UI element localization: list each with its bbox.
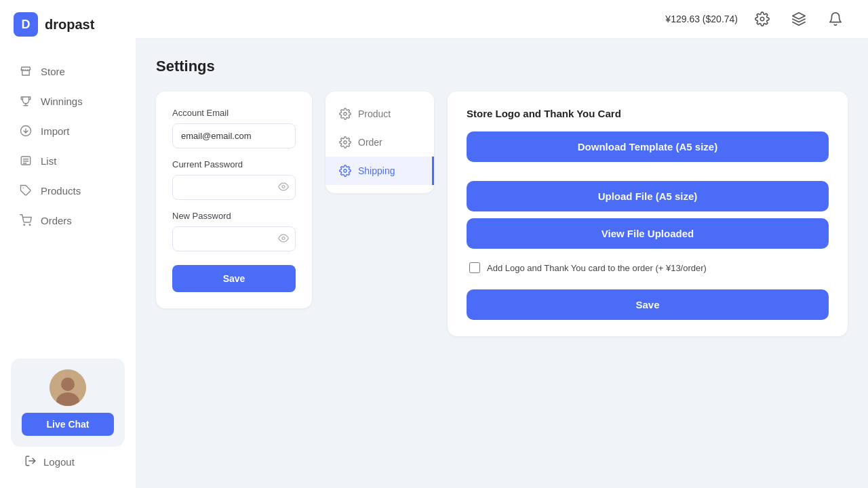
logout-label: Logout xyxy=(43,456,75,468)
svg-point-6 xyxy=(24,224,25,226)
balance-display: ¥129.63 ($20.74) xyxy=(665,14,738,24)
new-password-form-group: New Password xyxy=(172,211,296,251)
current-password-eye-icon[interactable] xyxy=(278,181,289,194)
cart-icon xyxy=(19,214,33,227)
app-logo-icon: D xyxy=(14,12,38,37)
logout-icon xyxy=(24,455,37,469)
sidebar-item-store[interactable]: Store xyxy=(5,57,130,85)
sidebar-label-orders: Orders xyxy=(41,215,72,226)
settings-layout: Account Email Current Password New Passw… xyxy=(156,92,848,336)
product-tab-icon xyxy=(339,108,351,120)
avatar xyxy=(50,369,86,406)
svg-point-16 xyxy=(344,113,347,116)
svg-point-7 xyxy=(29,224,31,226)
store-icon xyxy=(19,64,33,78)
sidebar-item-products[interactable]: Products xyxy=(5,176,130,205)
tab-shipping[interactable]: Shipping xyxy=(326,157,434,185)
svg-marker-13 xyxy=(793,13,805,19)
logout-button[interactable]: Logout xyxy=(11,447,125,477)
sidebar-item-winnings[interactable]: Winnings xyxy=(5,87,130,115)
sidebar-label-products: Products xyxy=(41,185,81,197)
logo-checkbox-label: Add Logo and Thank You card to the order… xyxy=(487,263,707,273)
upload-file-button[interactable]: Upload File (A5 size) xyxy=(467,181,829,211)
sidebar-label-list: List xyxy=(41,155,56,167)
tab-order[interactable]: Order xyxy=(326,128,434,157)
settings-tabs-card: Product Order Shipping xyxy=(326,92,434,193)
svg-point-12 xyxy=(760,17,764,21)
current-password-label: Current Password xyxy=(172,159,296,169)
email-input[interactable] xyxy=(172,123,296,148)
sidebar-item-list[interactable]: List xyxy=(5,146,130,175)
sidebar-label-import: Import xyxy=(41,125,70,137)
new-password-eye-icon[interactable] xyxy=(278,232,289,245)
current-password-form-group: Current Password xyxy=(172,159,296,200)
sidebar-label-store: Store xyxy=(41,66,65,77)
trophy-icon xyxy=(19,94,33,108)
sidebar-label-winnings: Winnings xyxy=(41,96,83,107)
order-tab-icon xyxy=(339,136,351,148)
logo-area: D dropast xyxy=(0,0,136,49)
shipping-tab-icon xyxy=(339,165,351,177)
import-icon xyxy=(19,124,33,138)
new-password-input[interactable] xyxy=(172,226,296,251)
store-logo-save-button[interactable]: Save xyxy=(467,289,829,320)
live-chat-card: Live Chat xyxy=(11,359,125,447)
svg-point-9 xyxy=(61,378,75,391)
live-chat-button[interactable]: Live Chat xyxy=(22,413,114,436)
new-password-wrap xyxy=(172,226,296,251)
store-logo-card: Store Logo and Thank You Card Download T… xyxy=(448,92,848,336)
svg-point-15 xyxy=(282,237,285,239)
logo-checkbox-row: Add Logo and Thank You card to the order… xyxy=(467,256,829,280)
bell-icon-header[interactable] xyxy=(823,7,848,31)
store-logo-card-title: Store Logo and Thank You Card xyxy=(467,108,829,119)
main-content: ¥129.63 ($20.74) Settings Account Email … xyxy=(136,0,868,488)
account-save-button[interactable]: Save xyxy=(172,265,296,292)
sidebar-item-orders[interactable]: Orders xyxy=(5,206,130,235)
sidebar-item-import[interactable]: Import xyxy=(5,117,130,145)
sidebar-bottom: Live Chat Logout xyxy=(0,348,136,488)
svg-point-18 xyxy=(344,169,347,173)
current-password-wrap xyxy=(172,175,296,200)
app-name: dropast xyxy=(45,17,94,33)
new-password-label: New Password xyxy=(172,211,296,221)
order-tab-label: Order xyxy=(358,137,382,148)
page-title: Settings xyxy=(156,58,848,75)
nav-menu: Store Winnings Import List Products xyxy=(0,49,136,348)
package-icon-header[interactable] xyxy=(787,7,811,31)
svg-point-14 xyxy=(282,185,285,188)
shipping-tab-label: Shipping xyxy=(358,165,395,176)
tab-product[interactable]: Product xyxy=(326,100,434,128)
svg-point-17 xyxy=(344,141,347,144)
logo-checkbox[interactable] xyxy=(469,262,480,273)
settings-icon-header[interactable] xyxy=(750,7,774,31)
list-icon xyxy=(19,154,33,167)
page-content-area: Settings Account Email Current Password xyxy=(136,39,868,488)
header: ¥129.63 ($20.74) xyxy=(136,0,868,39)
email-label: Account Email xyxy=(172,108,296,118)
product-tab-label: Product xyxy=(358,108,391,119)
download-template-button[interactable]: Download Template (A5 size) xyxy=(467,131,829,162)
account-card: Account Email Current Password New Passw… xyxy=(156,92,312,308)
email-form-group: Account Email xyxy=(172,108,296,148)
view-file-uploaded-button[interactable]: View File Uploaded xyxy=(467,218,829,249)
sidebar: D dropast Store Winnings Import xyxy=(0,0,136,488)
tag-icon xyxy=(19,184,33,197)
current-password-input[interactable] xyxy=(172,175,296,200)
